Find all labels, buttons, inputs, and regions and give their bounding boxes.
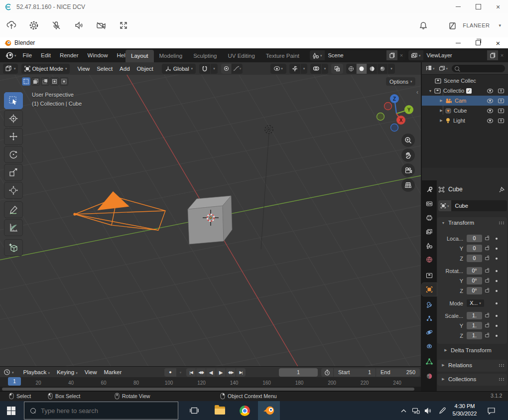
tool-transform[interactable] [4,182,23,199]
tool-cursor[interactable] [4,110,23,127]
shading-options-button[interactable]: ▾ [388,64,395,74]
chrome-button[interactable] [234,401,255,420]
panel-collapse-arrow[interactable]: ‹ [416,89,418,96]
expand-icon[interactable]: ▶ [439,119,444,123]
dcv-maximize-button[interactable] [468,0,488,13]
timeline-ruler[interactable]: 20406080100120140160180200220240 [0,377,421,387]
viewlayer-new-button[interactable] [487,50,498,60]
object-id-icon-button[interactable]: ▾ [438,200,451,211]
gizmos-toggle[interactable] [289,64,300,74]
disable-render-icon[interactable] [498,119,504,123]
transform-panel-header[interactable]: ▼ Transform [437,217,507,228]
dcv-speaker-button[interactable] [71,18,86,33]
blender-minimize-button[interactable] [448,37,468,48]
dcv-fullscreen-button[interactable] [116,18,131,33]
mode-selector[interactable]: Object Mode ▾ [21,64,70,74]
properties-tab-physics[interactable] [422,326,437,339]
rotation-mode-dropdown[interactable]: X...▾ [467,299,484,307]
keyframe-dot[interactable] [496,258,498,260]
value-field[interactable]: 0° [467,287,482,294]
hide-eye-icon[interactable] [487,109,493,113]
viewport-perspective-button[interactable] [401,178,415,192]
disable-render-icon[interactable] [498,89,504,93]
value-field[interactable]: 1. [467,332,482,339]
proportional-edit-toggle[interactable] [221,64,231,74]
expand-icon[interactable]: ▶ [439,109,444,113]
properties-tab-material[interactable] [422,370,437,383]
current-frame-indicator[interactable]: 1 [8,377,21,386]
gizmo-options-button[interactable]: ▾ [301,64,307,74]
tab-layout[interactable]: Layout [126,50,154,62]
properties-tab-particles[interactable] [422,312,437,325]
gizmo-negative-x[interactable] [384,103,392,110]
transform-orientation-selector[interactable]: Global ▾ [162,64,196,74]
dcv-microphone-button[interactable] [49,18,64,33]
timeline-scrollbar-thumb[interactable] [2,388,414,391]
lock-icon[interactable] [485,289,489,292]
file-explorer-button[interactable] [209,401,231,420]
frame-end-field[interactable]: End 250 [376,368,420,377]
dcv-user-icon-button[interactable] [445,18,460,33]
3d-viewport[interactable]: Options ▾ User Perspective (1) Collectio… [0,75,421,366]
tool-add-cube[interactable] [4,239,23,256]
frame-start-field[interactable]: Start 1 [334,368,376,377]
tool-move[interactable] [4,128,23,145]
tab-uv-editing[interactable]: UV Editing [223,50,260,62]
tool-select-box[interactable] [4,92,23,109]
auto-keying-record-button[interactable]: ● [164,368,176,377]
properties-tab-collection[interactable] [422,269,437,282]
expand-icon[interactable]: ▶ [439,99,444,103]
editor-type-button[interactable]: ▾ [3,64,18,74]
value-field[interactable]: 1. [467,312,482,319]
blender-restore-button[interactable] [468,37,488,48]
hide-eye-icon[interactable] [487,89,493,93]
outliner-editor-type-button[interactable]: ▾ [425,65,435,71]
collections-panel[interactable]: ▶ Collections [437,374,507,386]
dcv-settings-button[interactable] [26,18,41,33]
dcv-close-button[interactable]: × [488,0,508,13]
xray-toggle[interactable] [331,64,343,74]
blender-close-button[interactable]: × [488,37,508,48]
hide-eye-icon[interactable] [487,119,493,123]
play-button[interactable]: ▶ [216,368,226,377]
lock-icon[interactable] [485,247,489,250]
select-mode-invert-button[interactable] [50,77,59,86]
menu-file[interactable]: File [18,50,37,60]
scene-new-button[interactable] [386,50,397,60]
viewport-menu-select[interactable]: Select [93,64,116,73]
jump-to-end-button[interactable]: ▶| [236,368,246,377]
keyframe-dot[interactable] [496,302,498,304]
collection-checkbox[interactable]: ✓ [466,88,472,94]
navigation-gizmo[interactable]: Z Y X [374,93,416,136]
search-input[interactable] [40,407,161,415]
blender-taskbar-button[interactable] [258,401,280,420]
value-field[interactable]: 0° [467,277,482,284]
value-field[interactable]: 0 [467,245,482,252]
taskbar-clock[interactable]: 4:30 PM 5/30/2022 [449,403,480,418]
next-keyframe-button[interactable]: ◆▶ [226,368,236,377]
hide-eye-icon[interactable] [487,99,493,103]
keyframe-dot[interactable] [496,270,498,272]
properties-tab-constraints[interactable] [422,340,437,353]
tool-annotate[interactable] [4,201,23,218]
timeline-menu-marker[interactable]: Marker [101,368,126,377]
tool-measure[interactable] [4,219,23,236]
select-mode-subtract-button[interactable] [41,77,49,86]
shading-solid-button[interactable] [357,64,367,74]
scene-selector-icon-button[interactable]: ▾ [310,50,325,60]
snap-toggle-button[interactable] [199,64,210,74]
scene-unlink-button[interactable]: × [397,50,405,60]
cube-object[interactable] [188,196,232,244]
properties-tab-object[interactable] [422,283,437,296]
properties-tab-scene[interactable] [422,239,437,252]
outliner-row-scene-collection[interactable]: Scene Collec [422,76,508,86]
viewport-menu-view[interactable]: View [74,64,93,73]
expand-icon[interactable]: ▼ [428,89,433,93]
shading-material-button[interactable] [367,64,377,74]
keyframe-dot[interactable] [496,315,498,317]
pin-icon[interactable] [499,186,505,193]
timeline-menu-view[interactable]: View [81,368,101,377]
network-tray-button[interactable] [409,401,422,420]
drag-dots-icon[interactable] [499,221,504,225]
action-center-button[interactable] [482,401,500,420]
